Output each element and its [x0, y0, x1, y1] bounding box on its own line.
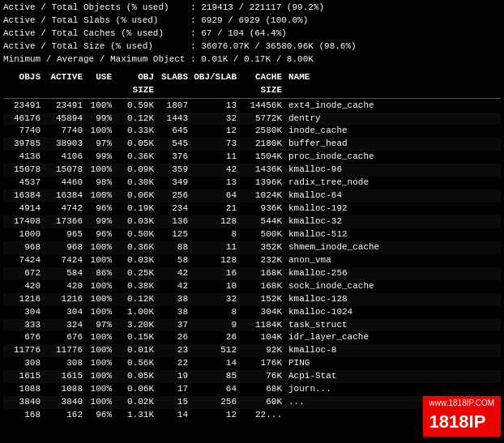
table-cell: 86% — [88, 267, 117, 280]
table-cell: 968 — [45, 241, 88, 254]
table-cell: 0.38K — [117, 280, 159, 293]
table-cell: 38 — [159, 306, 193, 319]
table-cell: 168K — [241, 267, 287, 280]
table-row: 77407740100%0.33K645122580Kinode_cache — [3, 125, 501, 138]
watermark-url: www.1818IP.COM — [429, 398, 494, 410]
table-cell: 100% — [88, 100, 117, 113]
table-row: 33332497%3.20K3791184Ktask_struct — [3, 319, 501, 332]
table-cell: 23491 — [45, 100, 88, 113]
table-row: 1638416384100%0.06K256641024Kkmalloc-64 — [3, 190, 501, 202]
table-row: 10881088100%0.06K176468Kjourn... — [3, 383, 501, 396]
table-cell: 68K — [241, 383, 287, 396]
table-row: 461764589499%0.12K1443325772Kdentry — [3, 113, 501, 126]
table-cell: 352K — [241, 241, 287, 254]
table-cell: kmalloc-1024 — [287, 306, 501, 319]
table-row: 4537446098%0.30K349131396Kradix_tree_nod… — [3, 177, 501, 190]
table-row: 12161216100%0.12K3832152Kkmalloc-128 — [3, 293, 501, 306]
table-cell: task_struct — [287, 319, 501, 332]
table-cell: 26 — [159, 331, 193, 344]
table-cell: 22 — [159, 357, 193, 370]
table-cell: proc_inode_cache — [287, 151, 501, 164]
table-row: 74247424100%0.03K58128232Kanon_vma — [3, 254, 501, 267]
table-cell: 256 — [193, 396, 241, 409]
table-cell: 104K — [241, 331, 287, 344]
table-cell: 1807 — [159, 100, 193, 113]
table-cell: kmalloc-192 — [287, 202, 501, 215]
table-header: OBJS ACTIVE USE OBJ SIZE SLABS OBJ/SLAB … — [3, 71, 501, 99]
table-body: 2349123491100%0.59K18071314456Kext4_inod… — [3, 100, 501, 422]
table-cell: 304K — [241, 306, 287, 319]
table-cell: 349 — [159, 177, 193, 190]
table-cell: 0.09K — [117, 164, 159, 177]
table-cell: 97% — [88, 138, 117, 151]
table-cell: 162 — [45, 409, 88, 422]
table-cell: 73 — [193, 138, 241, 151]
table-cell: 4742 — [45, 202, 88, 215]
table-cell: 359 — [159, 164, 193, 177]
table-cell: 58 — [159, 254, 193, 267]
table-cell: 1088 — [3, 383, 45, 396]
table-cell: 308 — [45, 357, 88, 370]
table-cell: 672 — [3, 267, 45, 280]
table-row: 16151615100%0.05K198576KAcpi-Stat — [3, 370, 501, 383]
table-cell: 100% — [88, 331, 117, 344]
table-cell: 128 — [193, 215, 241, 228]
table-row: 1507815078100%0.09K359421436Kkmalloc-96 — [3, 164, 501, 177]
table-cell: 10 — [193, 280, 241, 293]
table-cell: 0.19K — [117, 202, 159, 215]
table-cell: 4136 — [3, 151, 45, 164]
col-active-header: ACTIVE — [45, 71, 88, 97]
table-cell: 100% — [88, 125, 117, 138]
table-cell: 545 — [159, 138, 193, 151]
table-cell: 64 — [193, 190, 241, 202]
table-cell: 304 — [45, 306, 88, 319]
table-cell: 100% — [88, 383, 117, 396]
table-cell: 15078 — [3, 164, 45, 177]
table-cell: kmalloc-8 — [287, 344, 501, 357]
table-cell: 0.12K — [117, 293, 159, 306]
table-cell: 0.50K — [117, 228, 159, 241]
table-cell: 1396K — [241, 177, 287, 190]
table-cell: 1504K — [241, 151, 287, 164]
table-cell: ext4_inode_cache — [287, 100, 501, 113]
table-cell: 4537 — [3, 177, 45, 190]
header-section: Active / Total Objects (% used) : 219413… — [0, 0, 504, 68]
table-cell: 1.31K — [117, 409, 159, 422]
table-row: 676676100%0.15K2626104Kidr_layer_cache — [3, 331, 501, 344]
table-cell: 333 — [3, 319, 45, 332]
table-cell: journ... — [287, 383, 501, 396]
table-row: 4136410699%0.36K376111504Kproc_inode_cac… — [3, 151, 501, 164]
table-cell: 38903 — [45, 138, 88, 151]
table-cell: 100% — [88, 241, 117, 254]
table-cell: 16384 — [3, 190, 45, 202]
table-cell: 60K — [241, 396, 287, 409]
table-cell: 544K — [241, 215, 287, 228]
table-cell: 23 — [159, 344, 193, 357]
table-cell: 0.06K — [117, 383, 159, 396]
table-cell: 37 — [159, 319, 193, 332]
table-cell: 152K — [241, 293, 287, 306]
table-cell: 45894 — [45, 113, 88, 126]
table-cell: 100% — [88, 293, 117, 306]
table-cell: 676 — [3, 331, 45, 344]
table-row: 67258486%0.25K4216168Kkmalloc-256 — [3, 267, 501, 280]
table-section: OBJS ACTIVE USE OBJ SIZE SLABS OBJ/SLAB … — [0, 71, 504, 422]
table-cell: 100% — [88, 254, 117, 267]
table-cell: 99% — [88, 215, 117, 228]
table-cell: 125 — [159, 228, 193, 241]
table-cell: 4106 — [45, 151, 88, 164]
table-cell: kmalloc-32 — [287, 215, 501, 228]
table-cell: 0.03K — [117, 254, 159, 267]
table-cell: 0.59K — [117, 100, 159, 113]
table-cell: 26 — [193, 331, 241, 344]
table-cell: 19 — [159, 370, 193, 383]
table-cell: 42 — [159, 267, 193, 280]
table-cell: 584 — [45, 267, 88, 280]
table-cell: 3.20K — [117, 319, 159, 332]
table-cell: 376 — [159, 151, 193, 164]
table-cell: 168K — [241, 280, 287, 293]
table-cell: kmalloc-256 — [287, 267, 501, 280]
table-cell: 12 — [193, 125, 241, 138]
table-cell: 100% — [88, 280, 117, 293]
table-cell: 0.01K — [117, 344, 159, 357]
